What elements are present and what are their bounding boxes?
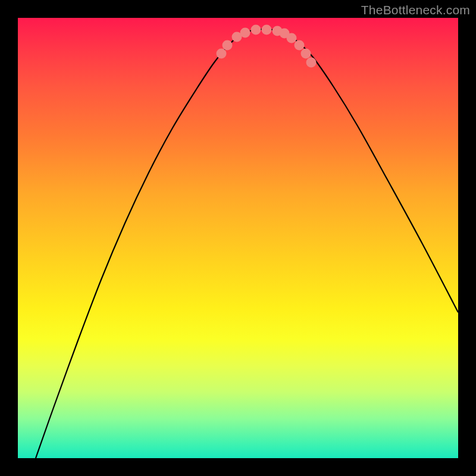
chart-svg	[18, 18, 458, 458]
marker-dot	[217, 49, 227, 59]
marker-dot	[301, 49, 311, 59]
curve-path	[36, 29, 458, 458]
marker-dot	[223, 40, 233, 51]
chart-frame: TheBottleneck.com	[0, 0, 476, 476]
highlight-markers	[217, 25, 317, 68]
marker-dot	[295, 40, 305, 51]
marker-dot	[240, 28, 250, 38]
marker-dot	[262, 25, 272, 35]
marker-dot	[306, 58, 317, 68]
marker-dot	[251, 25, 261, 35]
plot-area	[18, 18, 458, 458]
marker-dot	[287, 33, 297, 43]
watermark-text: TheBottleneck.com	[361, 3, 470, 17]
